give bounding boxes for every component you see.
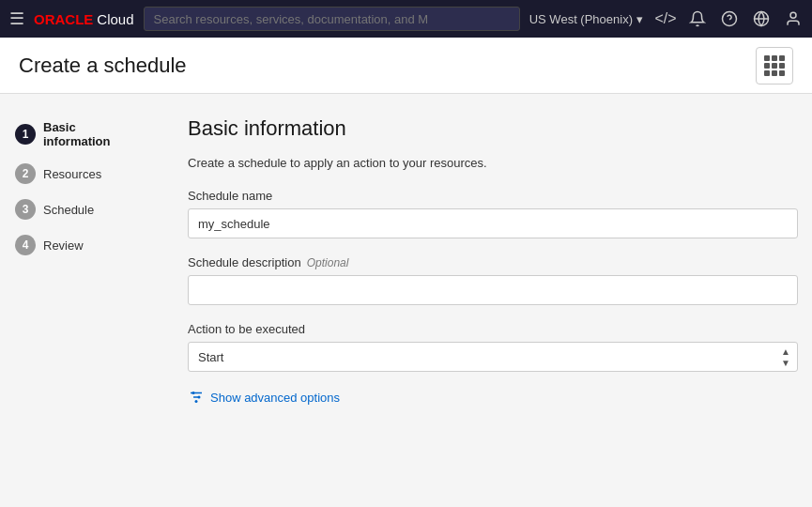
advanced-options-label: Show advanced options <box>210 391 340 405</box>
global-search-input[interactable] <box>144 7 520 31</box>
cloud-text: Cloud <box>97 11 133 27</box>
help-grid-icon <box>764 55 785 76</box>
step-badge-3: 3 <box>15 199 36 220</box>
svg-point-9 <box>198 396 201 399</box>
region-selector[interactable]: US West (Phoenix) ▾ <box>529 12 643 26</box>
nav-right-section: US West (Phoenix) ▾ </> <box>529 9 803 28</box>
step-label-basic-information: Basic information <box>43 120 145 148</box>
oracle-text: ORACLE <box>34 11 93 27</box>
schedule-name-input[interactable] <box>188 208 798 238</box>
optional-tag: Optional <box>307 256 349 269</box>
sidebar-item-resources[interactable]: 2 Resources <box>0 156 160 192</box>
sidebar-item-basic-information[interactable]: 1 Basic information <box>0 113 160 156</box>
content-description: Create a schedule to apply an action to … <box>188 156 784 170</box>
step-badge-1: 1 <box>15 124 36 145</box>
hamburger-menu-icon[interactable]: ☰ <box>9 8 24 29</box>
help-icon[interactable] <box>720 9 739 28</box>
sidebar: 1 Basic information 2 Resources 3 Schedu… <box>0 94 160 507</box>
step-label-schedule: Schedule <box>43 203 94 217</box>
top-navigation: ☰ ORACLE Cloud US West (Phoenix) ▾ </> <box>0 0 812 38</box>
sidebar-item-review[interactable]: 4 Review <box>0 227 160 263</box>
action-label: Action to be executed <box>188 322 784 336</box>
svg-point-10 <box>195 400 198 403</box>
action-select-wrapper: Start Stop Suspend ▲ ▼ <box>188 342 798 372</box>
svg-point-4 <box>790 12 796 18</box>
user-avatar-icon[interactable] <box>784 9 803 28</box>
step-badge-2: 2 <box>15 163 36 184</box>
filter-icon <box>188 389 205 406</box>
step-label-review: Review <box>43 238 84 253</box>
code-icon[interactable]: </> <box>656 9 675 28</box>
step-badge-4: 4 <box>15 235 36 255</box>
schedule-description-input[interactable] <box>188 275 798 305</box>
show-advanced-options-link[interactable]: Show advanced options <box>188 389 784 406</box>
oracle-logo: ORACLE Cloud <box>34 11 134 27</box>
schedule-name-group: Schedule name <box>188 189 784 238</box>
help-widget-button[interactable] <box>756 47 793 84</box>
main-layout: 1 Basic information 2 Resources 3 Schedu… <box>0 94 812 507</box>
schedule-description-group: Schedule description Optional <box>188 255 784 305</box>
page-header: Create a schedule <box>0 38 812 94</box>
region-chevron-icon: ▾ <box>636 12 643 26</box>
sidebar-item-schedule[interactable]: 3 Schedule <box>0 192 160 227</box>
action-select[interactable]: Start Stop Suspend <box>188 342 798 372</box>
content-title: Basic information <box>188 116 784 141</box>
content-area: Basic information Create a schedule to a… <box>160 94 812 507</box>
page-title: Create a schedule <box>19 54 187 78</box>
svg-point-8 <box>192 392 195 394</box>
region-label: US West (Phoenix) <box>529 12 633 26</box>
action-group: Action to be executed Start Stop Suspend… <box>188 322 784 372</box>
globe-icon[interactable] <box>752 9 771 28</box>
schedule-description-label: Schedule description Optional <box>188 255 784 269</box>
bell-icon[interactable] <box>688 9 707 28</box>
schedule-name-label: Schedule name <box>188 189 784 203</box>
step-label-resources: Resources <box>43 167 101 181</box>
